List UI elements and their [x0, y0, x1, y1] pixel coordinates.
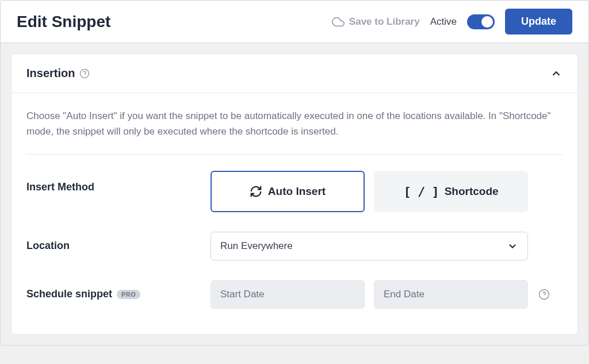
insertion-panel: Insertion Choose "Auto Insert" if you wa…: [11, 53, 578, 335]
shortcode-icon: [ / ]: [403, 185, 438, 199]
location-label: Location: [26, 232, 211, 252]
date-inputs: [211, 280, 528, 309]
top-bar: Edit Snippet Save to Library Active Upda…: [0, 0, 589, 43]
insert-method-control: Auto Insert [ / ] Shortcode: [211, 171, 563, 212]
topbar-actions: Save to Library Active Update: [332, 9, 572, 35]
pro-badge: PRO: [117, 290, 140, 299]
panel-body: Choose "Auto Insert" if you want the sni…: [12, 93, 577, 334]
end-date-input[interactable]: [374, 280, 528, 309]
location-row: Location Run Everywhere: [26, 232, 563, 260]
divider: [26, 154, 563, 155]
save-to-library-label: Save to Library: [349, 16, 420, 28]
auto-insert-button[interactable]: Auto Insert: [211, 171, 365, 212]
schedule-label: Schedule snippet: [26, 288, 112, 300]
active-label: Active: [430, 16, 457, 28]
chevron-up-icon[interactable]: [550, 67, 563, 80]
insert-method-buttons: Auto Insert [ / ] Shortcode: [211, 171, 528, 212]
start-date-input[interactable]: [211, 280, 365, 309]
schedule-row: Schedule snippet PRO: [26, 280, 563, 309]
page-title: Edit Snippet: [17, 13, 110, 31]
update-button[interactable]: Update: [505, 9, 572, 35]
panel-description: Choose "Auto Insert" if you want the sni…: [26, 108, 563, 139]
help-icon[interactable]: [538, 289, 550, 300]
location-control: Run Everywhere: [211, 232, 563, 260]
auto-insert-label: Auto Insert: [268, 185, 326, 198]
insert-method-label: Insert Method: [26, 171, 211, 193]
panel-title-group: Insertion: [26, 67, 90, 80]
schedule-control: [211, 280, 563, 309]
location-select[interactable]: Run Everywhere: [211, 232, 528, 260]
schedule-label-group: Schedule snippet PRO: [26, 280, 211, 300]
content-wrapper: Insertion Choose "Auto Insert" if you wa…: [0, 43, 589, 346]
location-selected-value: Run Everywhere: [220, 240, 293, 252]
panel-header[interactable]: Insertion: [12, 54, 577, 93]
panel-title: Insertion: [26, 67, 75, 80]
active-toggle[interactable]: [467, 14, 495, 29]
cloud-icon: [332, 16, 345, 28]
chevron-down-icon: [507, 240, 518, 252]
refresh-icon: [250, 185, 262, 198]
shortcode-button[interactable]: [ / ] Shortcode: [374, 171, 528, 212]
insert-method-row: Insert Method Auto Insert [ / ] Shortcod…: [26, 171, 563, 212]
shortcode-label: Shortcode: [445, 185, 499, 198]
toggle-knob: [481, 16, 493, 28]
save-to-library-button[interactable]: Save to Library: [332, 16, 420, 28]
help-icon[interactable]: [79, 68, 90, 79]
